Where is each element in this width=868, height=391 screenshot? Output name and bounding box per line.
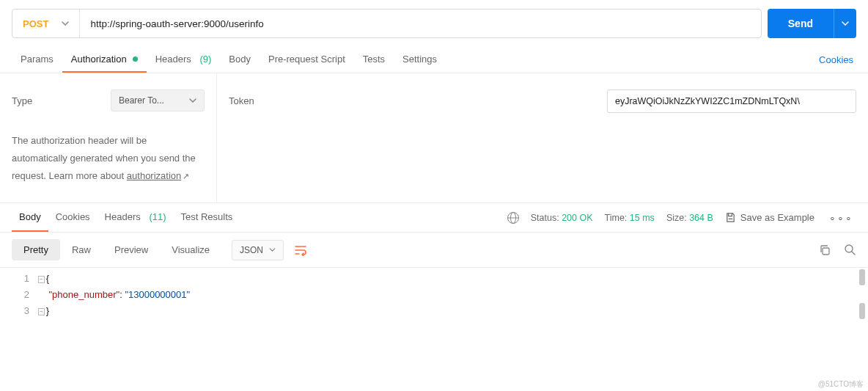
chevron-down-icon [269, 248, 276, 252]
svg-rect-0 [823, 248, 829, 255]
view-mode-group: Pretty Raw Preview Visualize [12, 239, 221, 260]
copy-icon [819, 244, 831, 256]
token-input[interactable] [607, 89, 856, 113]
auth-type-value: Bearer To... [119, 95, 164, 106]
status-meta: Status: 200 OK [531, 213, 593, 223]
scrollbar-thumb[interactable] [859, 269, 865, 285]
save-icon [725, 212, 736, 223]
size-meta: Size: 364 B [666, 213, 713, 223]
chevron-down-icon [189, 98, 196, 103]
globe-icon[interactable] [507, 212, 519, 224]
watermark: @51CTO博客 [818, 379, 864, 390]
method-select[interactable]: POST [12, 10, 80, 37]
resp-tab-cookies[interactable]: Cookies [48, 203, 98, 232]
resp-tab-body[interactable]: Body [12, 203, 48, 232]
resp-tab-headers[interactable]: Headers (11) [98, 203, 174, 232]
response-format-toolbar: Pretty Raw Preview Visualize JSON [0, 233, 868, 268]
send-group: Send [768, 9, 856, 38]
view-visualize-button[interactable]: Visualize [160, 239, 221, 260]
tab-headers[interactable]: Headers (9) [147, 47, 221, 73]
active-dot-icon [133, 56, 138, 62]
tab-settings[interactable]: Settings [394, 47, 446, 73]
cookies-link[interactable]: Cookies [819, 54, 856, 65]
send-options-button[interactable] [834, 9, 856, 38]
view-preview-button[interactable]: Preview [103, 239, 160, 260]
time-meta: Time: 15 ms [605, 213, 655, 223]
external-link-icon: ↗ [183, 169, 189, 183]
more-options-button[interactable]: ∘∘∘ [826, 212, 856, 224]
url-input[interactable] [80, 10, 760, 37]
method-label: POST [23, 18, 48, 29]
auth-left-column: Type Bearer To... The authorization head… [0, 73, 217, 202]
language-select[interactable]: JSON [232, 240, 284, 260]
search-icon [844, 244, 856, 256]
auth-learn-more-link[interactable]: authorization [127, 170, 181, 181]
tab-authorization[interactable]: Authorization [62, 47, 147, 73]
wrap-lines-button[interactable] [294, 244, 307, 256]
svg-point-1 [845, 245, 853, 252]
line-gutter: 1 2 3 [0, 271, 38, 319]
auth-right-column: Token [217, 73, 868, 202]
chevron-down-icon [62, 21, 69, 26]
view-raw-button[interactable]: Raw [60, 239, 103, 260]
fold-icon[interactable]: − [38, 276, 45, 283]
request-line: POST [12, 9, 762, 38]
response-tabs: Body Cookies Headers (11) Test Results S… [0, 203, 868, 233]
chevron-down-icon [842, 21, 849, 26]
view-pretty-button[interactable]: Pretty [12, 239, 60, 260]
auth-type-select[interactable]: Bearer To... [111, 89, 205, 112]
search-button[interactable] [844, 244, 856, 256]
copy-button[interactable] [819, 244, 831, 256]
fold-icon[interactable]: − [38, 308, 45, 315]
authorization-panel: Type Bearer To... The authorization head… [0, 73, 868, 203]
scrollbar-thumb[interactable] [859, 303, 865, 319]
resp-tab-test-results[interactable]: Test Results [174, 203, 240, 232]
code-content[interactable]: −{ "phone_number": "13000000001" −} [38, 271, 868, 319]
save-as-example-button[interactable]: Save as Example [725, 212, 814, 223]
send-button[interactable]: Send [768, 9, 834, 38]
tab-body[interactable]: Body [220, 47, 260, 73]
response-body: 1 2 3 −{ "phone_number": "13000000001" −… [0, 268, 868, 328]
tab-pre-request-script[interactable]: Pre-request Script [260, 47, 354, 73]
request-tabs: Params Authorization Headers (9) Body Pr… [0, 47, 868, 73]
tab-params[interactable]: Params [12, 47, 62, 73]
token-label: Token [229, 89, 254, 106]
tab-tests[interactable]: Tests [354, 47, 394, 73]
auth-type-label: Type [12, 95, 32, 106]
auth-description: The authorization header will be automat… [12, 132, 205, 185]
